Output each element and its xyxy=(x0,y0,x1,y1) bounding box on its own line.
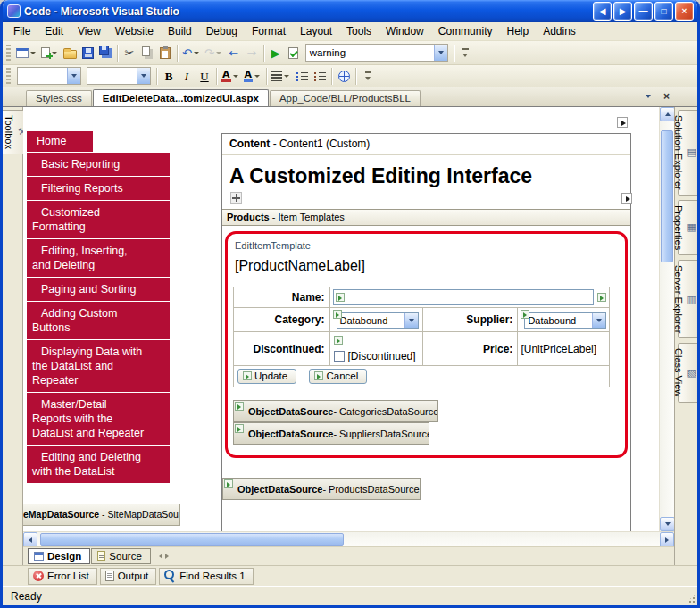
dropdown-arrow-icon[interactable] xyxy=(192,52,201,54)
smart-tag-glyph[interactable] xyxy=(235,402,244,411)
navigate-back-button[interactable]: ← xyxy=(225,43,243,62)
panel-tab-class-view[interactable]: ▧Class View xyxy=(678,343,697,402)
unit-price-label[interactable]: [UnitPriceLabel] xyxy=(521,343,596,355)
menu-item-help[interactable]: Help xyxy=(499,23,536,40)
copy-button[interactable] xyxy=(138,43,156,62)
supplier-dropdown[interactable]: Databound xyxy=(524,312,606,329)
undo-button[interactable]: ↶ xyxy=(180,43,203,62)
dropdown-arrow-icon[interactable] xyxy=(29,52,38,54)
open-file-button[interactable] xyxy=(61,43,79,62)
databinding-glyph[interactable] xyxy=(336,293,345,302)
nav-item-6[interactable]: Displaying Data with the DataList and Re… xyxy=(27,340,170,392)
redo-button[interactable]: ↷ xyxy=(203,43,225,62)
dropdown-arrow-icon[interactable] xyxy=(231,75,240,78)
nav-item-4[interactable]: Paging and Sorting xyxy=(27,278,170,301)
title-dock-left-button[interactable]: ◀ xyxy=(593,2,612,21)
menu-item-format[interactable]: Format xyxy=(245,23,293,40)
tab-scroll-left-button[interactable] xyxy=(159,554,162,559)
find-combo[interactable]: warning xyxy=(305,44,448,62)
new-project-button[interactable] xyxy=(14,43,39,62)
italic-button[interactable]: I xyxy=(178,66,196,86)
document-tab[interactable]: App_Code/BLL/ProductsBLL xyxy=(270,90,421,106)
cancel-button[interactable]: Cancel xyxy=(309,369,367,384)
output-tab[interactable]: Output xyxy=(100,568,157,585)
toolbar-grip[interactable] xyxy=(6,45,11,61)
scroll-right-button[interactable] xyxy=(660,532,674,547)
nav-item-0[interactable]: Basic Reporting xyxy=(27,153,170,176)
dropdown-arrow-icon[interactable] xyxy=(67,68,80,84)
menu-item-community[interactable]: Community xyxy=(431,23,500,40)
numbered-list-button[interactable] xyxy=(311,66,329,86)
navigate-forward-button[interactable]: → xyxy=(243,43,261,62)
update-button[interactable]: Update xyxy=(238,369,296,384)
validator-glyph[interactable] xyxy=(597,293,606,302)
category-dropdown[interactable]: Databound xyxy=(337,312,419,329)
databinding-glyph[interactable] xyxy=(334,336,343,345)
dropdown-arrow-icon[interactable] xyxy=(592,313,605,328)
save-all-button[interactable] xyxy=(96,43,114,62)
panel-tab-server-explorer[interactable]: ▥Server Explorer xyxy=(678,260,697,338)
nav-item-1[interactable]: Filtering Reports xyxy=(27,177,170,200)
menu-item-file[interactable]: File xyxy=(6,23,38,40)
paste-button[interactable] xyxy=(156,43,174,62)
document-tab[interactable]: Styles.css xyxy=(26,90,92,106)
nav-item-home[interactable]: Home xyxy=(27,131,93,152)
horizontal-scroll-thumb[interactable] xyxy=(40,533,344,546)
panel-tab-solution-explorer[interactable]: ▤Solution Explorer xyxy=(678,110,697,196)
font-combo[interactable] xyxy=(87,67,151,85)
dropdown-arrow-icon[interactable] xyxy=(137,68,150,84)
nav-item-2[interactable]: Customized Formatting xyxy=(27,201,170,238)
style-combo[interactable] xyxy=(17,67,81,85)
product-name-textbox[interactable] xyxy=(333,289,595,305)
document-tab[interactable]: EditDeleteData...tomizedUI.aspx xyxy=(93,89,269,106)
vertical-scroll-thumb[interactable] xyxy=(661,130,673,262)
discontinued-checkbox[interactable] xyxy=(334,351,345,362)
start-debug-button[interactable]: ▶ xyxy=(267,43,285,62)
close-document-button[interactable]: × xyxy=(660,90,673,103)
nav-item-8[interactable]: Editing and Deleting with the DataList xyxy=(27,446,170,483)
check-page-button[interactable] xyxy=(285,43,303,62)
dropdown-arrow-icon[interactable] xyxy=(253,75,262,78)
add-new-item-button[interactable] xyxy=(39,43,61,62)
dropdown-arrow-icon[interactable] xyxy=(434,45,447,61)
product-name-label[interactable]: [ProductNameLabel] xyxy=(235,258,618,274)
smart-tag-glyph[interactable] xyxy=(235,424,244,433)
nav-item-7[interactable]: Master/Detail Reports with the DataList … xyxy=(27,393,170,445)
vertical-scroll-track[interactable] xyxy=(660,121,674,517)
minimize-button[interactable]: — xyxy=(634,2,653,21)
categories-datasource-control[interactable]: ObjectDataSource - CategoriesDataSource xyxy=(233,400,438,422)
databinding-glyph[interactable] xyxy=(333,310,342,319)
dropdown-arrow-icon[interactable] xyxy=(214,52,223,54)
active-files-dropdown-button[interactable] xyxy=(641,90,654,103)
vertical-scrollbar[interactable] xyxy=(659,107,674,531)
toolbar-options-button[interactable] xyxy=(359,66,377,86)
bullet-list-button[interactable] xyxy=(293,66,311,86)
find-results-1-tab[interactable]: Find Results 1 xyxy=(159,568,254,585)
hyperlink-button[interactable] xyxy=(335,66,353,86)
menu-item-addins[interactable]: Addins xyxy=(536,23,583,40)
menu-item-debug[interactable]: Debug xyxy=(199,23,245,40)
error-list-tab[interactable]: Error List xyxy=(28,568,97,585)
horizontal-scrollbar[interactable] xyxy=(23,531,674,546)
toolbar-grip[interactable] xyxy=(6,68,11,84)
databinding-glyph[interactable] xyxy=(521,310,529,319)
design-view-tab[interactable]: Design xyxy=(28,548,90,564)
resize-grip[interactable] xyxy=(685,593,696,604)
alignment-button[interactable] xyxy=(270,66,293,86)
design-surface[interactable]: Home Basic ReportingFiltering ReportsCus… xyxy=(23,107,659,531)
panel-tab-properties[interactable]: ▦Properties xyxy=(678,200,697,255)
bold-button[interactable]: B xyxy=(160,66,178,86)
tab-scroll-right-button[interactable] xyxy=(165,554,169,559)
cut-button[interactable]: ✂ xyxy=(121,43,138,62)
highlight-button[interactable]: A xyxy=(242,66,264,86)
menu-item-tools[interactable]: Tools xyxy=(339,23,379,40)
smart-tag-glyph[interactable] xyxy=(224,479,233,488)
products-datasource-control[interactable]: ObjectDataSource - ProductsDataSource xyxy=(222,478,421,500)
title-dock-right-button[interactable]: ▶ xyxy=(613,2,632,21)
dropdown-arrow-icon[interactable] xyxy=(404,313,418,328)
horizontal-scroll-track[interactable] xyxy=(38,532,660,546)
sitemapdatasource-control[interactable]: eMapDataSource - SiteMapDataSource1 xyxy=(23,504,180,526)
formview-smart-tag-glyph[interactable] xyxy=(621,193,632,204)
content-smart-tag-glyph[interactable] xyxy=(617,117,628,128)
nav-item-5[interactable]: Adding Custom Buttons xyxy=(27,302,170,339)
